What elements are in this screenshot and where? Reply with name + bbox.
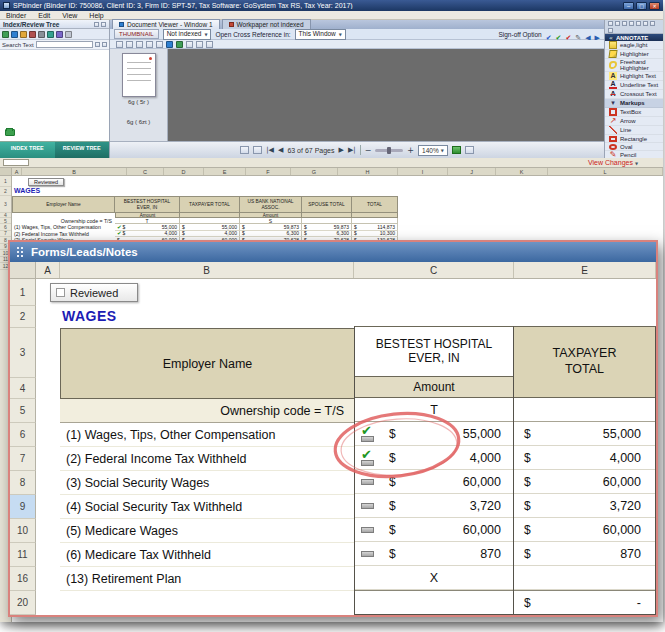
delete-annotation-icon[interactable] <box>629 21 634 26</box>
row-label-cell[interactable]: (5) Medicare Wages <box>60 519 354 543</box>
column-header[interactable]: I <box>398 168 448 175</box>
retirement-plan-label-cell[interactable]: (13) Retirement Plan <box>60 567 354 591</box>
total-cell[interactable] <box>514 566 655 590</box>
tool-underline-text[interactable]: Underline Text <box>605 81 663 90</box>
column-header[interactable]: B <box>60 262 354 278</box>
reviewed-checkbox[interactable] <box>56 288 65 297</box>
row-label-cell[interactable]: (1) Wages, Tips, Other Compensation <box>60 423 354 447</box>
retirement-plan-value-cell[interactable]: X <box>355 566 513 590</box>
zoom-in-button[interactable] <box>407 146 414 155</box>
select-all-corner[interactable] <box>10 262 36 278</box>
tool-style-preset[interactable]: eagle,light <box>605 41 663 50</box>
row-header[interactable]: 11 <box>10 543 36 567</box>
menu-item[interactable]: Help <box>83 12 109 19</box>
last-page-button[interactable] <box>348 146 356 154</box>
cell-name-box[interactable] <box>3 159 29 166</box>
total-cell[interactable]: $870 <box>514 542 655 566</box>
fit-page-button[interactable] <box>452 146 461 154</box>
new-item-icon[interactable] <box>2 31 9 38</box>
amount-subheader-cell[interactable]: Amount <box>355 377 513 398</box>
refresh-icon[interactable] <box>47 31 54 38</box>
empty-total-cell[interactable]: $- <box>514 590 655 614</box>
maximize-button[interactable] <box>636 2 647 10</box>
column-header[interactable]: L <box>548 168 663 175</box>
cross-ref-select[interactable]: This Window <box>295 29 346 40</box>
column-header[interactable]: C <box>127 168 164 175</box>
markups-section-header[interactable]: Markups <box>605 99 663 108</box>
amount-cell[interactable]: ✔ $ 4,000 <box>355 446 513 470</box>
column-header[interactable]: G <box>291 168 338 175</box>
row-header[interactable]: 3 <box>10 328 36 378</box>
email-icon[interactable] <box>136 41 143 48</box>
tool-line[interactable]: Line <box>605 126 663 135</box>
column-header[interactable]: A <box>12 168 22 175</box>
cells-e1-e2[interactable] <box>514 279 656 326</box>
column-header[interactable]: F <box>246 168 291 175</box>
menu-item[interactable]: View <box>56 12 83 19</box>
row-header[interactable]: 2 <box>10 306 36 328</box>
header-cell[interactable]: Employer Name <box>12 196 115 213</box>
fit-height-icon[interactable] <box>196 41 203 48</box>
previous-page-button[interactable] <box>278 146 283 154</box>
tool-crossout-text[interactable]: Crossout Text <box>605 90 663 99</box>
undo-icon[interactable] <box>608 21 613 26</box>
company-header-cell[interactable]: BESTEST HOSPITAL EVER, IN <box>355 327 513 377</box>
select-tool-icon[interactable] <box>166 41 173 48</box>
column-header[interactable]: J <box>448 168 496 175</box>
search-input[interactable] <box>36 41 93 48</box>
column-header[interactable]: E <box>514 262 656 278</box>
total-cell[interactable]: $60,000 <box>514 470 655 494</box>
amount-cell[interactable]: $ 60,000 <box>355 470 513 494</box>
delete-icon[interactable] <box>29 31 36 38</box>
row-label-cell[interactable]: (3) Social Security Wages <box>60 471 354 495</box>
print-page-icon[interactable] <box>126 41 133 48</box>
popup-titlebar[interactable]: Forms/Leads/Notes <box>10 242 656 262</box>
tool-arrow[interactable]: Arrow <box>605 117 663 126</box>
row-header[interactable]: 20 <box>10 591 36 615</box>
ownership-code-cell[interactable] <box>514 398 655 422</box>
zoom-slider[interactable] <box>375 149 403 152</box>
rotate-right-icon[interactable] <box>156 41 163 48</box>
search-go-icon[interactable] <box>95 42 100 47</box>
drag-handle-icon[interactable] <box>16 246 25 258</box>
fit-width-icon[interactable] <box>186 41 193 48</box>
total-cell[interactable]: $60,000 <box>514 518 655 542</box>
index-status-select[interactable]: Not indexed <box>163 29 212 40</box>
tab-index-tree[interactable]: INDEX TREE <box>0 142 55 158</box>
column-header[interactable]: B <box>22 168 127 175</box>
tab-workpaper-not-indexed[interactable]: Workpaper not indexed <box>222 19 311 29</box>
continuous-view-icon[interactable] <box>253 146 262 154</box>
cells-c1-c2[interactable] <box>354 279 514 326</box>
properties-icon[interactable] <box>56 31 63 38</box>
single-page-view-icon[interactable] <box>240 146 249 154</box>
first-page-button[interactable] <box>266 146 274 154</box>
panel-close-icon[interactable] <box>101 22 106 27</box>
tool-freehand-highlighter[interactable]: Freehand Highlighter <box>605 59 663 72</box>
stamp-icon[interactable] <box>643 21 648 26</box>
header-cell[interactable]: US BANK NATIONAL ASSOC. <box>240 196 302 213</box>
employer-name-header-cell[interactable]: Employer Name <box>60 328 354 399</box>
binder-folder-icon[interactable] <box>5 129 15 136</box>
total-cell[interactable]: $4,000 <box>514 446 655 470</box>
column-header[interactable]: H <box>338 168 398 175</box>
column-header[interactable]: D <box>164 168 204 175</box>
select-all-corner[interactable] <box>0 168 12 175</box>
row-header[interactable]: 7 <box>10 447 36 471</box>
cell-c20[interactable] <box>355 590 513 614</box>
row-header[interactable]: 3 <box>0 196 11 213</box>
menu-item[interactable]: Edit <box>32 12 56 19</box>
annotate-header[interactable]: ANNOTATE <box>605 34 663 41</box>
column-header[interactable]: A <box>36 262 60 278</box>
column-header[interactable]: K <box>496 168 548 175</box>
row-header[interactable]: 9 <box>10 495 36 519</box>
full-screen-icon[interactable] <box>206 41 213 48</box>
column-header[interactable]: C <box>354 262 514 278</box>
thumbnail-panel-tab[interactable]: THUMBNAIL <box>114 29 159 39</box>
zoom-slider-knob[interactable] <box>387 147 391 154</box>
ownership-label-cell[interactable]: Ownership code = T/S <box>60 399 354 423</box>
ownership-code-cell[interactable]: T <box>355 398 513 422</box>
row-header[interactable]: 4 <box>10 378 36 399</box>
document-canvas[interactable] <box>168 49 604 141</box>
page-thumbnail[interactable] <box>122 53 156 97</box>
row-label-cell[interactable]: (6) Medicare Tax Withheld <box>60 543 354 567</box>
